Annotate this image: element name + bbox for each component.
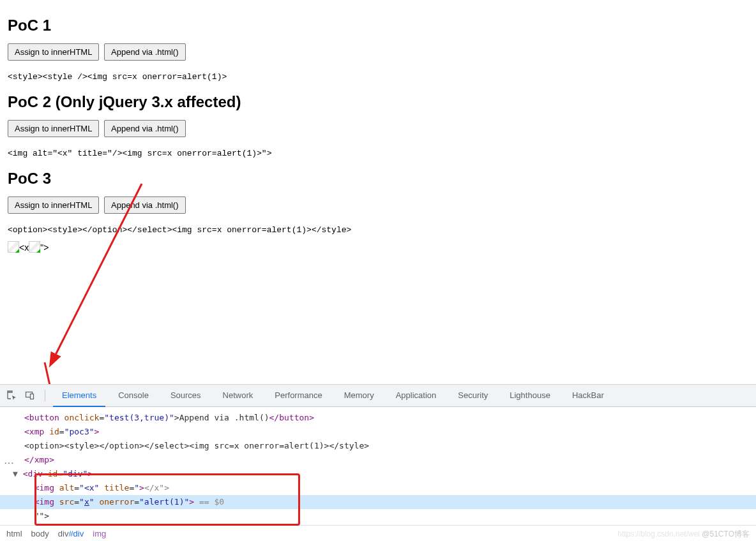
caret-down-icon[interactable]: ▼ [13, 469, 18, 478]
toolbar-separator [45, 390, 45, 401]
broken-image-icon [29, 241, 40, 253]
poc2-heading: PoC 2 (Only jQuery 3.x affected) [8, 93, 748, 111]
devtools-toolbar: Elements Console Sources Network Perform… [0, 385, 756, 407]
watermark: https://blog.csdn.net/wei @51CTO博客 [617, 529, 750, 540]
poc3-append-html-button[interactable]: Append via .html() [104, 196, 186, 214]
tab-performance[interactable]: Performance [266, 385, 331, 406]
poc3-code: <option><style></option></select><img sr… [8, 225, 748, 235]
page-top: PoC 1 Assign to innerHTML Append via .ht… [0, 0, 756, 253]
poc3-rendered-output: <x"> [8, 241, 748, 253]
devtools-panel: Elements Console Sources Network Perform… [0, 384, 756, 541]
tab-elements[interactable]: Elements [53, 385, 105, 407]
dom-line-xmp-text[interactable]: <option><style></option></select><img sr… [24, 439, 756, 453]
crumb-body[interactable]: body [31, 529, 49, 538]
dom-line-xmp-open[interactable]: <xmp id="poc3"> [24, 425, 756, 439]
device-toolbar-icon[interactable] [23, 389, 37, 403]
poc3-heading: PoC 3 [8, 170, 748, 188]
svg-rect-3 [31, 394, 34, 399]
poc2-button-row: Assign to innerHTML Append via .html() [8, 120, 748, 137]
tab-console[interactable]: Console [109, 385, 158, 406]
tab-application[interactable]: Application [387, 385, 446, 406]
poc3-assign-innerhtml-button[interactable]: Assign to innerHTML [8, 196, 99, 214]
poc1-assign-innerhtml-button[interactable]: Assign to innerHTML [8, 43, 99, 61]
broken-image-icon [8, 241, 19, 253]
poc2-code: <img alt="<x" title="/><img src=x onerro… [8, 149, 748, 158]
poc2-assign-innerhtml-button[interactable]: Assign to innerHTML [8, 120, 99, 137]
inspect-element-icon[interactable] [5, 389, 19, 403]
tab-network[interactable]: Network [214, 385, 262, 406]
dom-line-xmp-close[interactable]: </xmp> [24, 453, 756, 467]
crumb-html[interactable]: html [6, 529, 22, 538]
tab-sources[interactable]: Sources [162, 385, 210, 406]
poc1-button-row: Assign to innerHTML Append via .html() [8, 43, 748, 61]
dom-line-img2-selected[interactable]: <img src="x" onerror="alert(1)"> == $0 [0, 495, 756, 509]
crumb-img[interactable]: img [93, 529, 106, 538]
rendered-text-1: <x [19, 242, 29, 253]
overflow-indicator-icon: ⋯ [4, 457, 14, 469]
rendered-text-2: "> [40, 242, 49, 253]
tab-hackbar[interactable]: HackBar [563, 385, 613, 406]
elements-tree[interactable]: <button onclick="test(3,true)">Append vi… [0, 407, 756, 523]
poc3-button-row: Assign to innerHTML Append via .html() [8, 196, 748, 214]
tab-lighthouse[interactable]: Lighthouse [501, 385, 559, 406]
dom-line-img1[interactable]: <img alt="<x" title="></x"> [24, 481, 756, 495]
dom-line-stray1[interactable]: ""> [24, 509, 756, 523]
poc1-code: <style><style /><img src=x onerror=alert… [8, 72, 748, 82]
poc1-heading: PoC 1 [8, 17, 748, 34]
tab-security[interactable]: Security [449, 385, 497, 406]
dom-line-button[interactable]: <button onclick="test(3,true)">Append vi… [24, 411, 756, 425]
tab-memory[interactable]: Memory [335, 385, 383, 406]
poc2-append-html-button[interactable]: Append via .html() [104, 120, 186, 137]
dom-line-div-open[interactable]: ▼ <div id="div"> [13, 467, 756, 481]
crumb-div[interactable]: div#div [58, 529, 84, 538]
poc1-append-html-button[interactable]: Append via .html() [104, 43, 186, 61]
